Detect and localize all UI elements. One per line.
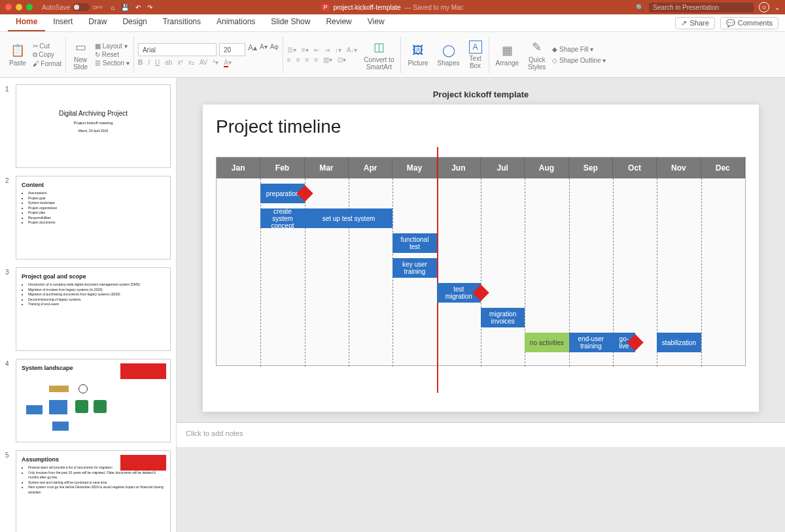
tab-draw[interactable]: Draw bbox=[80, 13, 114, 31]
clear-format-button[interactable]: Aφ bbox=[270, 43, 279, 56]
thumb-number: 4 bbox=[5, 359, 12, 442]
more-icon[interactable]: ⌄ bbox=[775, 4, 780, 11]
notes-pane[interactable]: Click to add notes bbox=[177, 422, 785, 447]
gantt-bar[interactable]: stabilization bbox=[657, 333, 701, 352]
align-left-button[interactable]: ≡ bbox=[287, 56, 291, 63]
month-header: Nov bbox=[657, 158, 701, 178]
numbering-button[interactable]: ≡▾ bbox=[302, 46, 309, 54]
window-close[interactable] bbox=[5, 4, 12, 10]
layout-button[interactable]: ▦ Layout ▾ bbox=[95, 42, 130, 50]
tab-slide-show[interactable]: Slide Show bbox=[263, 13, 318, 31]
align-right-button[interactable]: ≡ bbox=[305, 56, 309, 63]
tab-animations[interactable]: Animations bbox=[209, 13, 263, 31]
gantt-bar[interactable]: no activities bbox=[525, 333, 568, 352]
autosave-label: AutoSave bbox=[42, 4, 70, 11]
slide-thumbnail-4[interactable]: System landscape bbox=[16, 359, 171, 442]
save-icon[interactable]: 💾 bbox=[121, 4, 129, 11]
gantt-bar[interactable]: functional test bbox=[392, 233, 436, 253]
slide-thumbnail-3[interactable]: Project goal and scopeIntroduction of a … bbox=[16, 267, 171, 351]
strike-button[interactable]: ab bbox=[165, 59, 172, 66]
arrange-button[interactable]: ▦Arrange bbox=[493, 41, 522, 68]
gantt-bar[interactable]: create system concept bbox=[260, 208, 304, 228]
share-button[interactable]: ↗Share bbox=[675, 17, 714, 29]
shape-fill-button[interactable]: ◆ Shape Fill ▾ bbox=[552, 46, 606, 53]
today-line bbox=[437, 147, 438, 393]
text-spacing-button[interactable]: AV bbox=[200, 59, 208, 66]
ribbon: 📋Paste ✂ Cut ⧉ Copy 🖌 Format ▭New Slide … bbox=[0, 32, 785, 78]
text-direction-button[interactable]: A↓▾ bbox=[347, 46, 358, 54]
autosave-value: OFF bbox=[92, 5, 103, 10]
home-icon[interactable]: ⌂ bbox=[111, 4, 114, 11]
highlight-button[interactable]: ᴬ▾ bbox=[213, 59, 218, 66]
format-painter-button[interactable]: 🖌 Format bbox=[33, 60, 61, 67]
slide-thumbnail-5[interactable]: AssumptionsFinance team will provide a l… bbox=[16, 450, 171, 532]
tab-design[interactable]: Design bbox=[114, 13, 154, 31]
document-name: project-kickoff-template bbox=[333, 4, 400, 11]
columns-button[interactable]: ▥▾ bbox=[323, 56, 332, 63]
user-icon[interactable]: ☺ bbox=[759, 2, 769, 12]
quick-styles-button[interactable]: ✎Quick Styles bbox=[525, 38, 548, 72]
comments-button[interactable]: 💬Comments bbox=[720, 17, 778, 29]
indent-inc-button[interactable]: ⇥ bbox=[324, 46, 330, 54]
gantt-bar[interactable]: migration invoices bbox=[481, 308, 525, 327]
month-header: Oct bbox=[613, 158, 657, 178]
align-center-button[interactable]: ≡ bbox=[296, 56, 300, 63]
month-header: Mar bbox=[305, 158, 349, 178]
superscript-button[interactable]: x² bbox=[177, 59, 183, 66]
slide-thumbnail-2[interactable]: ContentAssumptionsProject goalSystem lan… bbox=[16, 176, 171, 259]
cut-button[interactable]: ✂ Cut bbox=[33, 42, 61, 50]
thumb-number: 3 bbox=[5, 267, 12, 351]
convert-smartart-button[interactable]: ◫Convert to SmartArt bbox=[361, 38, 396, 72]
justify-button[interactable]: ≡ bbox=[314, 56, 318, 63]
bullets-button[interactable]: ☰▾ bbox=[287, 46, 296, 54]
tab-home[interactable]: Home bbox=[8, 13, 45, 31]
grow-font-button[interactable]: A▴ bbox=[248, 43, 257, 56]
bold-button[interactable]: B bbox=[138, 59, 143, 66]
textbox-button[interactable]: AText Box bbox=[466, 39, 485, 71]
thumb-number: 2 bbox=[5, 176, 12, 259]
slide-thumbnail-1[interactable]: Digital Archiving ProjectProject kickoff… bbox=[16, 84, 171, 168]
comment-icon: 💬 bbox=[726, 19, 735, 27]
slide-editor: Project kickoff template Project timelin… bbox=[177, 78, 785, 532]
reset-button[interactable]: ↻ Reset bbox=[95, 51, 130, 58]
undo-icon[interactable]: ↶ bbox=[135, 4, 141, 11]
copy-button[interactable]: ⧉ Copy bbox=[33, 51, 61, 59]
font-color-button[interactable]: A▾ bbox=[224, 59, 232, 66]
search-icon[interactable]: 🔍 bbox=[636, 4, 644, 11]
tab-review[interactable]: Review bbox=[318, 13, 359, 31]
thumb-number: 5 bbox=[5, 450, 12, 532]
subscript-button[interactable]: x₂ bbox=[188, 59, 194, 66]
tab-transitions[interactable]: Transitions bbox=[155, 13, 209, 31]
new-slide-button[interactable]: ▭New Slide bbox=[70, 38, 91, 72]
ribbon-tabs: HomeInsertDrawDesignTransitionsAnimation… bbox=[0, 14, 785, 32]
section-button[interactable]: ☰ Section ▾ bbox=[95, 59, 130, 67]
gantt-bar[interactable]: end-user training bbox=[569, 333, 613, 352]
window-maximize[interactable] bbox=[26, 4, 33, 10]
window-minimize[interactable] bbox=[16, 4, 22, 10]
font-size-select[interactable]: 20 bbox=[219, 43, 245, 56]
month-header: Dec bbox=[701, 158, 745, 178]
gantt-bar[interactable]: set up test system bbox=[305, 208, 393, 228]
align-text-button[interactable]: ⊡▾ bbox=[338, 56, 346, 63]
current-slide[interactable]: Project timeline JanFebMarAprMayJunJulAu… bbox=[203, 105, 759, 412]
shapes-button[interactable]: ◯Shapes bbox=[435, 41, 462, 68]
autosave-toggle[interactable]: AutoSave OFF bbox=[42, 3, 103, 11]
picture-button[interactable]: 🖼Picture bbox=[405, 41, 430, 68]
redo-icon[interactable]: ↷ bbox=[147, 4, 152, 11]
indent-dec-button[interactable]: ⇤ bbox=[314, 46, 319, 54]
shrink-font-button[interactable]: A▾ bbox=[260, 43, 268, 56]
tab-view[interactable]: View bbox=[360, 13, 392, 31]
italic-button[interactable]: I bbox=[148, 59, 150, 66]
line-spacing-button[interactable]: ↕▾ bbox=[335, 46, 341, 54]
shape-outline-button[interactable]: ◇ Shape Outline ▾ bbox=[552, 57, 606, 64]
search-input[interactable]: Search in Presentation bbox=[649, 3, 754, 12]
tab-insert[interactable]: Insert bbox=[45, 13, 80, 31]
month-header: May bbox=[392, 158, 436, 178]
underline-button[interactable]: U bbox=[155, 59, 160, 66]
thumbnail-panel[interactable]: 1Digital Archiving ProjectProject kickof… bbox=[0, 78, 177, 532]
gantt-chart[interactable]: JanFebMarAprMayJunJulAugSepOctNovDec pre… bbox=[216, 157, 746, 366]
paste-button[interactable]: 📋Paste bbox=[7, 41, 29, 68]
gantt-bar[interactable]: key user training bbox=[392, 258, 436, 278]
font-name-select[interactable]: Arial bbox=[138, 43, 217, 56]
slide-title[interactable]: Project timeline bbox=[216, 116, 746, 137]
